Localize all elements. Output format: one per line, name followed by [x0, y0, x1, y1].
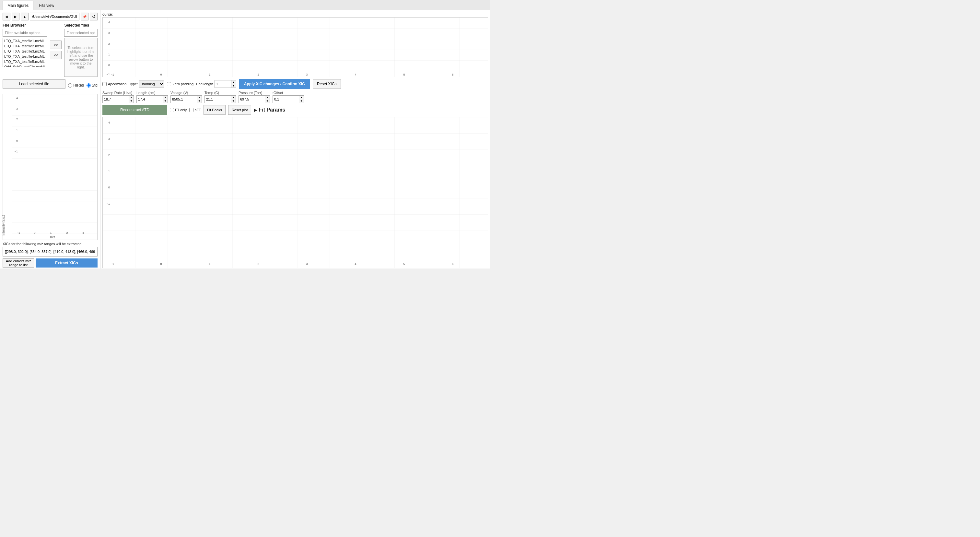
- toffset-up[interactable]: ▲: [299, 96, 304, 99]
- load-selected-button[interactable]: Load selected file: [3, 80, 65, 89]
- svg-rect-0: [12, 94, 97, 240]
- hires-radio[interactable]: [68, 83, 72, 88]
- toffset-down[interactable]: ▼: [299, 99, 304, 103]
- aft-label[interactable]: aFT: [189, 108, 201, 112]
- pad-length-input[interactable]: [215, 80, 231, 88]
- voltage-group: Voltage (V) ▲ ▼: [170, 91, 202, 103]
- pad-length-input-wrap: ▲ ▼: [215, 80, 236, 88]
- aft-checkbox[interactable]: [189, 108, 194, 112]
- selected-filter-input[interactable]: [64, 29, 97, 37]
- add-mz-button[interactable]: Add current m/z range to list: [3, 258, 34, 268]
- sweep-rate-up[interactable]: ▲: [129, 96, 134, 99]
- std-radio[interactable]: [86, 83, 91, 88]
- temp-input[interactable]: [205, 96, 231, 103]
- length-spinners: ▲ ▼: [163, 96, 167, 103]
- ft-only-checkbox[interactable]: [170, 108, 174, 112]
- svg-text:5: 5: [82, 231, 84, 234]
- move-right-button[interactable]: >>: [50, 41, 62, 49]
- tab-fits-view[interactable]: Fits view: [34, 1, 59, 10]
- file-list-item[interactable]: LTQ_TXA_testfile3.mzML: [3, 49, 47, 54]
- selected-files-title: Selected files: [64, 23, 97, 27]
- nav-reload-button[interactable]: ↺: [90, 13, 97, 21]
- length-up[interactable]: ▲: [163, 96, 167, 99]
- bottom-chart-svg: 4 3 2 1 0 −1 −1 0 1 2 3 4 5 6: [103, 117, 488, 268]
- svg-text:4: 4: [16, 96, 18, 100]
- voltage-down[interactable]: ▼: [197, 99, 202, 103]
- zero-padding-label: Zero padding: [172, 82, 194, 86]
- svg-text:2: 2: [257, 73, 259, 76]
- type-select[interactable]: hanning blackman none: [139, 80, 164, 88]
- reconstruct-button[interactable]: Reconstruct ATD: [102, 105, 167, 115]
- pressure-down[interactable]: ▼: [265, 99, 270, 103]
- bottom-chart: 4 3 2 1 0 −1 −1 0 1 2 3 4 5 6: [102, 117, 488, 268]
- file-list-item[interactable]: LTQ_TXA_testfile4.mzML: [3, 54, 47, 59]
- svg-text:0: 0: [16, 139, 18, 142]
- voltage-input[interactable]: [171, 96, 197, 103]
- length-input[interactable]: [137, 96, 163, 103]
- length-label: Length (cm): [137, 91, 168, 95]
- sweep-rate-down[interactable]: ▼: [129, 99, 134, 103]
- fit-params-label: Fit Params: [259, 107, 285, 113]
- voltage-spinners: ▲ ▼: [197, 96, 202, 103]
- file-list-item[interactable]: LTQ_TXA_testfile1.mzML: [3, 38, 47, 43]
- reconstruct-row: Reconstruct ATD FT only aFT Fit Peaks Re…: [102, 105, 488, 115]
- file-list-item[interactable]: LTQ_TXA_testfile2.mzML: [3, 43, 47, 49]
- pressure-group: Pressure (Torr) ▲ ▼: [239, 91, 270, 103]
- sweep-rate-label: Sweep Rate (Hz/s): [102, 91, 134, 95]
- apply-xic-button[interactable]: Apply XIC changes / Confirm XIC: [239, 79, 310, 89]
- std-radio-label[interactable]: Std: [86, 83, 97, 88]
- extract-xics-button[interactable]: Extract XICs: [36, 258, 97, 268]
- reset-xic-button[interactable]: Reset XICs: [313, 79, 341, 89]
- file-list-item[interactable]: Orbi_SubP_testFile.mzML: [3, 64, 47, 67]
- svg-text:1: 1: [50, 231, 51, 234]
- left-panel: ◀ ▶ ▲ 📌 ↺ File Browser LTQ_TXA_testfile1…: [0, 10, 100, 269]
- tab-main-figures[interactable]: Main figures: [3, 1, 33, 10]
- zero-padding-checkbox[interactable]: [167, 82, 171, 86]
- pressure-input[interactable]: [239, 96, 265, 103]
- voltage-label: Voltage (V): [170, 91, 202, 95]
- move-left-button[interactable]: <<: [50, 51, 62, 59]
- svg-text:6: 6: [452, 73, 453, 76]
- pad-length-down[interactable]: ▼: [231, 84, 236, 88]
- xic-label: XICs for the following m/z ranges will b…: [3, 242, 97, 246]
- file-list[interactable]: LTQ_TXA_testfile1.mzMLLTQ_TXA_testfile2.…: [3, 38, 47, 67]
- svg-text:3: 3: [16, 107, 18, 110]
- svg-text:0: 0: [160, 73, 162, 76]
- svg-text:2: 2: [108, 42, 110, 45]
- controls-row: Apodization Type: hanning blackman none …: [102, 79, 488, 89]
- toffset-group: tOffset ▲ ▼: [272, 91, 304, 103]
- xic-ranges-input[interactable]: [3, 247, 97, 257]
- length-down[interactable]: ▼: [163, 99, 167, 103]
- svg-text:1: 1: [16, 128, 18, 132]
- sweep-rate-group: Sweep Rate (Hz/s) ▲ ▼: [102, 91, 134, 103]
- temp-up[interactable]: ▲: [231, 96, 235, 99]
- svg-text:2: 2: [108, 153, 110, 157]
- file-list-item[interactable]: LTQ_TXA_testfile5.mzML: [3, 59, 47, 64]
- nav-up-button[interactable]: ▲: [21, 13, 29, 21]
- temp-input-wrap: ▲ ▼: [205, 96, 236, 103]
- fit-params-area: ▶ Fit Params: [254, 107, 285, 113]
- toffset-input-wrap: ▲ ▼: [272, 96, 304, 103]
- pressure-up[interactable]: ▲: [265, 96, 270, 99]
- nav-back-button[interactable]: ◀: [3, 13, 10, 21]
- toffset-input[interactable]: [273, 96, 299, 103]
- pad-length-up[interactable]: ▲: [231, 80, 236, 84]
- file-filter-input[interactable]: [3, 29, 47, 37]
- svg-text:−1: −1: [107, 202, 110, 205]
- sweep-rate-input[interactable]: [103, 96, 129, 103]
- ft-only-label[interactable]: FT only: [170, 108, 187, 112]
- temp-down[interactable]: ▼: [231, 99, 235, 103]
- voltage-up[interactable]: ▲: [197, 96, 202, 99]
- fit-params-play-button[interactable]: ▶: [254, 107, 257, 113]
- reset-plot-button[interactable]: Reset plot: [228, 105, 251, 115]
- svg-text:0: 0: [108, 64, 110, 67]
- nav-pin-button[interactable]: 📌: [81, 13, 89, 21]
- nav-forward-button[interactable]: ▶: [12, 13, 19, 21]
- fit-peaks-button[interactable]: Fit Peaks: [204, 105, 226, 115]
- apodization-checkbox[interactable]: [102, 82, 107, 86]
- type-group: Type: hanning blackman none: [129, 80, 165, 88]
- hires-radio-label[interactable]: HiRes: [68, 83, 84, 88]
- nav-path-input[interactable]: [30, 13, 80, 21]
- pad-length-spinners: ▲ ▼: [231, 80, 236, 88]
- length-group: Length (cm) ▲ ▼: [137, 91, 168, 103]
